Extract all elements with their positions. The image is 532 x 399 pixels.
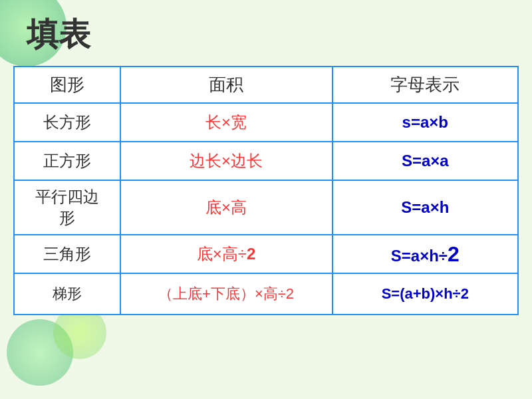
header-formula: 字母表示 [332,66,518,103]
header-area: 面积 [120,66,332,103]
table-row-parallelogram: 平行四边形 底×高 S=a×h [14,180,518,235]
area-parallelogram: 底×高 [120,180,332,235]
table-row-rectangle: 长方形 长×宽 s=a×b [14,103,518,142]
formula-triangle: S=a×h÷2 [332,235,518,273]
shape-parallelogram: 平行四边形 [14,180,120,235]
area-square: 边长×边长 [120,142,332,180]
shape-rectangle: 长方形 [14,103,120,142]
formula-rectangle: s=a×b [332,103,518,142]
area-trapezoid: （上底+下底）×高÷2 [120,273,332,315]
shape-triangle: 三角形 [14,235,120,273]
area-triangle: 底×高÷2 [120,235,332,273]
formula-trapezoid: S=(a+b)×h÷2 [332,273,518,315]
main-table-container: 图形 面积 字母表示 长方形 长×宽 s=a×b 正方形 边长×边长 S=a×a… [13,66,519,315]
header-shape: 图形 [14,66,120,103]
area-formula-table: 图形 面积 字母表示 长方形 长×宽 s=a×b 正方形 边长×边长 S=a×a… [13,66,519,315]
area-rectangle: 长×宽 [120,103,332,142]
formula-square: S=a×a [332,142,518,180]
table-row-square: 正方形 边长×边长 S=a×a [14,142,518,180]
table-header-row: 图形 面积 字母表示 [14,66,518,103]
page-title: 填表 [27,13,532,56]
table-row-triangle: 三角形 底×高÷2 S=a×h÷2 [14,235,518,273]
shape-trapezoid: 梯形 [14,273,120,315]
shape-square: 正方形 [14,142,120,180]
formula-parallelogram: S=a×h [332,180,518,235]
table-row-trapezoid: 梯形 （上底+下底）×高÷2 S=(a+b)×h÷2 [14,273,518,315]
